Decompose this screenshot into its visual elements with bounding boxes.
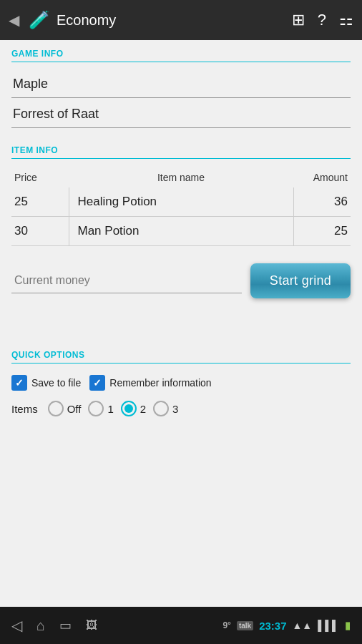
location-input[interactable] [11, 101, 351, 128]
item-price-2: 30 [11, 217, 69, 246]
item-table: Price Item name Amount 25 Healing Potion… [11, 167, 351, 246]
item-name-1: Healing Potion [69, 187, 293, 217]
main-content: GAME INFO ITEM INFO Price Item name Amou… [0, 40, 362, 607]
remember-info-label: Remember information [109, 377, 211, 389]
radio-circle-off[interactable] [48, 401, 64, 416]
save-to-file-label: Save to file [31, 377, 81, 389]
talk-badge: talk [237, 621, 253, 630]
item-name-2: Man Potion [69, 217, 293, 246]
remember-info-checkbox[interactable] [89, 375, 105, 391]
back-icon[interactable]: ◀ [9, 11, 19, 29]
col-header-amount: Amount [293, 167, 351, 187]
screenshot-icon[interactable]: 🖼 [86, 619, 97, 632]
current-money-input[interactable] [11, 268, 242, 293]
top-bar-left: ◀ 🧪 Economy [9, 9, 116, 31]
quick-options-divider [11, 363, 351, 364]
radio-row: Items Off 1 2 3 [0, 396, 362, 421]
radio-circle-1[interactable] [88, 401, 104, 416]
col-header-price: Price [11, 167, 69, 187]
table-row: 30 Man Potion 25 [11, 217, 351, 246]
radio-value-off: Off [67, 403, 82, 415]
radio-circle-2[interactable] [121, 401, 137, 416]
col-header-name: Item name [69, 167, 293, 187]
remember-info-checkbox-item[interactable]: Remember information [89, 375, 211, 391]
controls-row: Start grind [0, 252, 362, 310]
game-info-divider [11, 62, 351, 62]
game-name-input[interactable] [11, 71, 351, 98]
forrest-input-wrapper [11, 101, 351, 131]
status-bar: ◁ ⌂ ▭ 🖼 9° talk 23:37 ▲▲ ▌▌▌ ▮ [0, 607, 362, 644]
item-info-section: Price Item name Amount 25 Healing Potion… [0, 165, 362, 252]
back-nav-icon[interactable]: ◁ [11, 617, 22, 634]
table-row: 25 Healing Potion 36 [11, 187, 351, 217]
top-bar-icons: ⊞ ? ⚏ [292, 11, 353, 29]
layers-icon[interactable]: ⊞ [292, 11, 305, 29]
battery-icon: ▮ [345, 620, 351, 631]
radio-1[interactable]: 1 [88, 401, 113, 416]
save-to-file-checkbox-item[interactable]: Save to file [11, 375, 81, 391]
radio-3[interactable]: 3 [153, 401, 178, 416]
time-display: 23:37 [259, 620, 286, 632]
item-info-label: ITEM INFO [0, 137, 362, 158]
home-nav-icon[interactable]: ⌂ [36, 618, 45, 634]
status-nav-icons: ◁ ⌂ ▭ 🖼 [11, 617, 97, 634]
recents-nav-icon[interactable]: ▭ [59, 618, 72, 633]
quick-options-section: QUICK OPTIONS Save to file Remember info… [0, 338, 362, 429]
settings-icon[interactable]: ⚏ [339, 11, 353, 29]
radio-value-3: 3 [172, 403, 178, 415]
items-label: Items [11, 403, 38, 415]
app-title: Economy [57, 12, 116, 29]
radio-value-1: 1 [107, 403, 113, 415]
radio-2[interactable]: 2 [121, 401, 146, 416]
radio-off[interactable]: Off [48, 401, 82, 416]
item-info-divider [11, 158, 351, 159]
wifi-icon: ▲▲ [293, 620, 313, 631]
temperature: 9° [222, 620, 230, 630]
game-info-label: GAME INFO [0, 40, 362, 62]
item-amount-2: 25 [293, 217, 351, 246]
start-grind-button[interactable]: Start grind [250, 263, 351, 298]
quick-options-label: QUICK OPTIONS [0, 341, 362, 363]
options-row: Save to file Remember information [0, 369, 362, 396]
save-to-file-checkbox[interactable] [11, 375, 27, 391]
item-price-1: 25 [11, 187, 69, 217]
radio-circle-3[interactable] [153, 401, 169, 416]
item-amount-1: 36 [293, 187, 351, 217]
game-info-section [0, 68, 362, 137]
item-table-wrapper: Price Item name Amount 25 Healing Potion… [0, 167, 362, 246]
help-icon[interactable]: ? [318, 11, 326, 29]
top-bar: ◀ 🧪 Economy ⊞ ? ⚏ [0, 0, 362, 40]
signal-icon: ▌▌▌ [318, 620, 339, 631]
status-right: 9° talk 23:37 ▲▲ ▌▌▌ ▮ [222, 620, 351, 632]
radio-value-2: 2 [140, 403, 146, 415]
app-icon: 🧪 [28, 9, 51, 31]
